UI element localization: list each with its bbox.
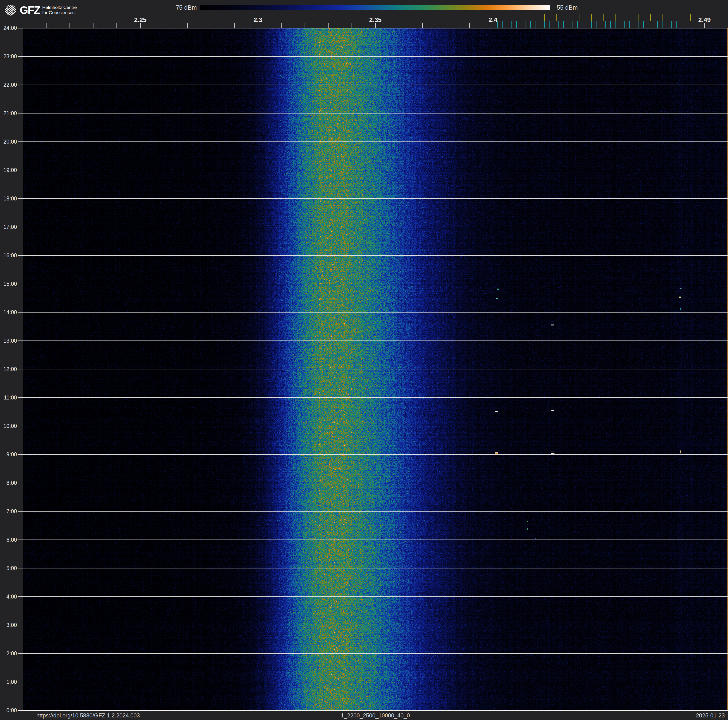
colorbar-min-label: -75 dBm	[141, 4, 197, 11]
time-axis-label: 0:00	[0, 707, 17, 714]
hour-grid-line	[18, 84, 728, 85]
hour-grid-line	[18, 340, 728, 341]
hour-grid-line	[18, 141, 728, 142]
hour-grid-line	[18, 369, 728, 369]
hour-grid-line	[18, 255, 728, 256]
freq-minor-tick	[93, 23, 93, 28]
rf-burst-mark	[497, 288, 499, 290]
freq-minor-tick	[446, 23, 446, 28]
time-axis-label: 18:00	[0, 196, 17, 202]
wifi-channel-tick	[591, 14, 592, 21]
ble-channel-tick	[676, 21, 677, 28]
freq-axis-label: 2.4	[488, 17, 497, 24]
ble-channel-tick	[639, 21, 639, 28]
colorbar-max-label: -55 dBm	[555, 4, 578, 11]
hour-grid-line	[18, 426, 728, 426]
freq-minor-tick	[399, 23, 399, 28]
wifi-channel-tick	[532, 14, 533, 21]
ble-channel-tick	[671, 21, 672, 28]
time-axis-label: 8:00	[0, 480, 17, 486]
time-axis-label: 14:00	[0, 309, 17, 316]
hour-grid-line	[18, 511, 728, 512]
hour-grid-line	[18, 56, 728, 57]
freq-minor-tick	[187, 23, 188, 28]
wifi-channel-tick	[580, 14, 580, 21]
freq-minor-tick	[164, 23, 164, 28]
rf-burst-mark	[551, 325, 554, 325]
freq-minor-tick	[281, 23, 281, 28]
ble-channel-tick	[624, 21, 625, 28]
wifi-channel-tick	[662, 14, 662, 21]
spectrogram-app: GFZ Helmholtz Centre for Geosciences -75…	[0, 0, 728, 720]
freq-minor-tick	[493, 23, 493, 28]
freq-minor-tick	[422, 23, 423, 28]
rf-burst-mark	[680, 450, 681, 453]
hour-grid-line	[18, 539, 728, 540]
rf-burst-mark	[495, 452, 498, 453]
rf-burst-mark	[551, 453, 554, 454]
hour-grid-line	[18, 596, 728, 597]
time-axis-label: 21:00	[0, 110, 17, 116]
freq-axis-label: 2.49	[698, 17, 711, 24]
time-axis-label: 5:00	[0, 565, 17, 571]
time-axis-label: 20:00	[0, 139, 17, 145]
time-axis-label: 1:00	[0, 679, 17, 685]
time-axis-label: 16:00	[0, 252, 17, 259]
wifi-channel-tick	[544, 14, 545, 21]
time-axis-label: 3:00	[0, 622, 17, 628]
ble-channel-tick	[596, 21, 596, 28]
brand-subtitle-line2: for Geosciences	[42, 10, 77, 15]
ble-channel-tick	[540, 21, 540, 28]
time-axis-label: 2:00	[0, 650, 17, 657]
ble-channel-tick	[606, 21, 606, 28]
ble-channel-tick	[681, 21, 681, 28]
freq-minor-tick	[46, 23, 46, 28]
rf-burst-mark	[679, 297, 681, 298]
plot-bottom-axis-line	[18, 710, 728, 711]
freq-minor-tick	[352, 23, 352, 28]
ble-channel-tick	[648, 21, 648, 28]
ble-channel-tick	[549, 21, 549, 28]
freq-minor-tick	[116, 23, 117, 28]
freq-minor-tick	[211, 23, 211, 28]
hour-grid-line	[18, 283, 728, 284]
hour-grid-line	[18, 568, 728, 568]
ble-channel-tick	[615, 21, 615, 28]
freq-minor-tick	[375, 23, 376, 28]
ble-channel-tick	[535, 21, 535, 28]
ble-channel-tick	[530, 21, 531, 28]
freq-minor-tick	[328, 23, 329, 28]
wifi-channel-tick	[690, 14, 691, 21]
ble-channel-tick	[526, 21, 526, 28]
time-axis-label: 13:00	[0, 338, 17, 344]
ble-channel-tick	[653, 21, 653, 28]
wifi-channel-tick	[556, 14, 557, 21]
hour-grid-line	[18, 397, 728, 398]
hour-grid-line	[18, 113, 728, 113]
brand-subtitle: Helmholtz Centre for Geosciences	[42, 5, 77, 15]
ble-channel-tick	[521, 21, 522, 28]
ble-channel-tick	[563, 21, 564, 28]
time-axis-label: 10:00	[0, 423, 17, 429]
time-axis-label: 9:00	[0, 451, 17, 458]
footer-date: 2025-01-23	[696, 712, 725, 719]
rf-burst-mark	[496, 298, 498, 299]
hour-grid-line	[18, 454, 728, 455]
freq-axis-label: 2.25	[134, 17, 147, 24]
time-axis-label: 17:00	[0, 224, 17, 230]
freq-minor-tick	[258, 23, 258, 28]
ble-channel-tick	[601, 21, 601, 28]
hour-grid-line	[18, 483, 728, 483]
time-axis-label: 19:00	[0, 167, 17, 173]
time-axis-label: 23:00	[0, 54, 17, 60]
wifi-channel-tick	[639, 14, 639, 21]
wifi-channel-tick	[615, 14, 615, 21]
wifi-channel-tick	[603, 14, 604, 21]
colorbar-gradient	[200, 5, 550, 10]
header-brand: GFZ Helmholtz Centre for Geosciences	[5, 4, 77, 16]
ble-channel-tick	[634, 21, 634, 28]
ble-channel-tick	[662, 21, 662, 28]
ble-channel-tick	[582, 21, 583, 28]
rf-burst-mark	[495, 411, 498, 412]
brand-subtitle-line1: Helmholtz Centre	[42, 5, 77, 10]
